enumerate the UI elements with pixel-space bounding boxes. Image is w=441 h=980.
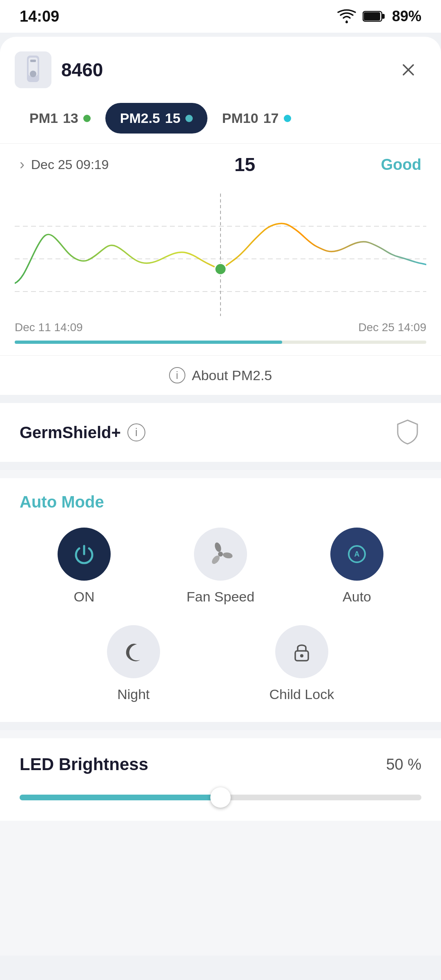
night-control[interactable]: Night bbox=[107, 625, 160, 702]
fan-speed-button[interactable] bbox=[194, 528, 247, 581]
auto-mode-section: Auto Mode ON bbox=[0, 478, 441, 722]
germshield-row: GermShield+ i bbox=[0, 403, 441, 462]
auto-control[interactable]: A Auto bbox=[330, 528, 383, 605]
chart-scroll-bar bbox=[0, 341, 441, 355]
svg-point-7 bbox=[30, 71, 36, 77]
info-icon: i bbox=[169, 367, 185, 383]
svg-point-17 bbox=[223, 552, 233, 559]
status-bar: 14:09 89% bbox=[0, 0, 441, 33]
controls-row-2: Night Child Lock bbox=[20, 625, 421, 702]
on-button[interactable] bbox=[58, 528, 111, 581]
device-name: 8460 bbox=[61, 59, 103, 81]
device-info: 8460 bbox=[15, 51, 103, 88]
auto-label: Auto bbox=[343, 589, 371, 605]
auto-mode-title: Auto Mode bbox=[20, 493, 421, 511]
child-lock-label: Child Lock bbox=[269, 686, 334, 702]
battery-percent: 89% bbox=[392, 8, 421, 25]
svg-rect-2 bbox=[364, 12, 380, 20]
data-date-label: Dec 25 09:19 bbox=[31, 157, 109, 172]
led-title: LED Brightness bbox=[20, 755, 148, 774]
auto-button[interactable]: A bbox=[330, 528, 383, 581]
pm25-label: PM2.5 bbox=[120, 110, 160, 126]
svg-rect-3 bbox=[382, 14, 385, 19]
section-divider-2 bbox=[0, 462, 441, 470]
child-lock-control[interactable]: Child Lock bbox=[269, 625, 334, 702]
scroll-track[interactable] bbox=[15, 341, 426, 344]
night-button[interactable] bbox=[107, 625, 160, 678]
scroll-thumb bbox=[15, 341, 282, 344]
pm25-tab[interactable]: PM2.5 15 bbox=[105, 103, 207, 134]
svg-rect-6 bbox=[30, 60, 36, 62]
shield-icon bbox=[394, 418, 421, 447]
pm1-dot bbox=[83, 115, 91, 122]
germshield-left: GermShield+ i bbox=[20, 423, 145, 442]
svg-point-0 bbox=[345, 21, 348, 23]
pm25-value: 15 bbox=[165, 110, 180, 126]
chart-container: Dec 11 14:09 Dec 25 14:09 bbox=[0, 185, 441, 341]
on-control[interactable]: ON bbox=[58, 528, 111, 605]
svg-point-14 bbox=[215, 263, 226, 275]
pm1-label: PM1 bbox=[29, 110, 58, 126]
chart-svg bbox=[15, 194, 426, 316]
data-date-area[interactable]: › Dec 25 09:19 bbox=[20, 156, 109, 173]
battery-icon bbox=[363, 10, 385, 23]
led-value: 50 % bbox=[386, 756, 421, 773]
wifi-icon bbox=[337, 9, 356, 24]
section-divider-3 bbox=[0, 722, 441, 730]
led-slider-thumb[interactable] bbox=[210, 787, 231, 808]
device-icon bbox=[15, 51, 51, 88]
status-time: 14:09 bbox=[20, 8, 59, 25]
status-icons: 89% bbox=[337, 8, 421, 25]
fan-speed-control[interactable]: Fan Speed bbox=[187, 528, 254, 605]
led-header: LED Brightness 50 % bbox=[20, 755, 421, 774]
data-status: Good bbox=[381, 156, 421, 174]
chevron-right-icon: › bbox=[20, 156, 24, 173]
led-slider-container[interactable] bbox=[20, 791, 421, 804]
pm1-value: 13 bbox=[63, 110, 78, 126]
bottom-sheet: 8460 PM1 13 PM2.5 15 PM10 17 › bbox=[0, 37, 441, 956]
pm-tabs: PM1 13 PM2.5 15 PM10 17 bbox=[0, 103, 441, 143]
child-lock-button[interactable] bbox=[275, 625, 328, 678]
chart-start-label: Dec 11 14:09 bbox=[15, 321, 83, 334]
night-label: Night bbox=[117, 686, 149, 702]
section-divider-1 bbox=[0, 395, 441, 403]
fan-speed-label: Fan Speed bbox=[187, 589, 254, 605]
led-slider-fill bbox=[20, 795, 220, 800]
germshield-info-icon[interactable]: i bbox=[127, 423, 145, 441]
close-button[interactable] bbox=[395, 57, 421, 83]
chart-labels: Dec 11 14:09 Dec 25 14:09 bbox=[15, 318, 426, 341]
about-pm-row[interactable]: i About PM2.5 bbox=[0, 355, 441, 395]
data-row: › Dec 25 09:19 15 Good bbox=[0, 143, 441, 185]
germshield-title: GermShield+ bbox=[20, 423, 121, 442]
pm25-dot bbox=[185, 115, 193, 122]
pm10-tab[interactable]: PM10 17 bbox=[207, 103, 306, 134]
chart-end-label: Dec 25 14:09 bbox=[358, 321, 426, 334]
pm10-label: PM10 bbox=[222, 110, 258, 126]
svg-text:A: A bbox=[354, 550, 360, 558]
on-label: ON bbox=[74, 589, 94, 605]
svg-point-16 bbox=[214, 541, 222, 552]
pm10-value: 17 bbox=[263, 110, 279, 126]
led-slider-track bbox=[20, 795, 421, 800]
svg-point-15 bbox=[218, 552, 223, 557]
data-value: 15 bbox=[234, 154, 255, 176]
sheet-header: 8460 bbox=[0, 37, 441, 103]
about-pm-label: About PM2.5 bbox=[192, 368, 272, 383]
pm10-dot bbox=[284, 115, 291, 122]
controls-row-1: ON Fan Speed bbox=[20, 528, 421, 605]
led-section: LED Brightness 50 % bbox=[0, 738, 441, 821]
svg-point-21 bbox=[300, 654, 303, 657]
pm1-tab[interactable]: PM1 13 bbox=[15, 103, 105, 134]
